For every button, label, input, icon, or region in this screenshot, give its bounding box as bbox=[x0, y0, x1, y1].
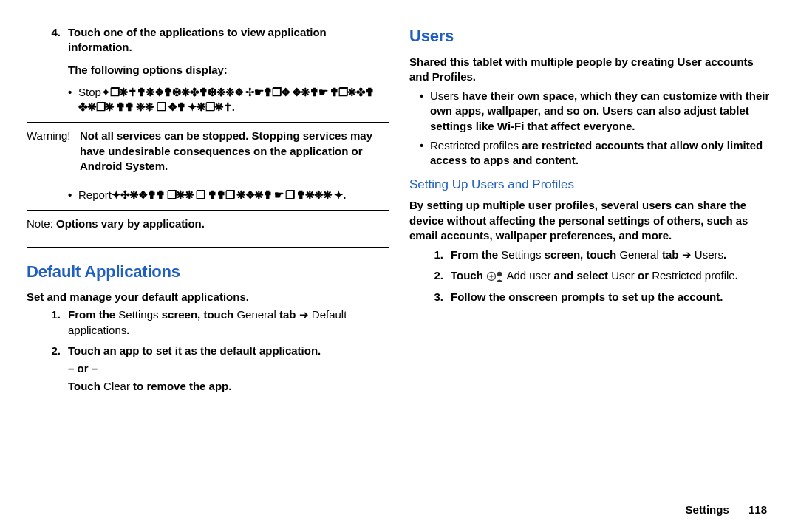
body-text: Settings bbox=[118, 308, 158, 321]
list-number: 3. bbox=[424, 290, 451, 304]
body-text: From the bbox=[451, 248, 501, 261]
body-text: tab bbox=[276, 308, 296, 321]
divider bbox=[27, 122, 389, 123]
bullet-item: • Report✦✣❋❖✟✟ ❒❋❋ ❒ ✟✟❒ ❋❖❋✟ ☛ ❒ ✟❋❉❋ ✦… bbox=[27, 188, 389, 202]
footer-section: Settings bbox=[686, 503, 729, 516]
body-text: have their own space, which they can cus… bbox=[430, 89, 769, 132]
heading-default-applications: Default Applications bbox=[27, 261, 389, 283]
bullet-icon: • bbox=[68, 188, 78, 202]
body-text: to remove the app. bbox=[130, 380, 232, 392]
bullet-item: • Users have their own space, which they… bbox=[409, 89, 771, 134]
body-text: screen, touch bbox=[542, 248, 620, 261]
body-text: tab bbox=[659, 248, 679, 261]
footer-page-number: 118 bbox=[748, 503, 767, 516]
note-body: Options vary by application. bbox=[56, 217, 205, 230]
heading-users: Users bbox=[409, 25, 771, 47]
body-text: General bbox=[236, 308, 276, 321]
list-item: 2. Touch an app to set it as the default… bbox=[41, 344, 389, 395]
body-text: or bbox=[635, 269, 652, 282]
bullet-item: • Restricted profiles are restricted acc… bbox=[409, 138, 771, 168]
body-text: Users bbox=[695, 248, 723, 261]
list-item: 2. Touch Add user and select User or Res… bbox=[424, 268, 771, 283]
warning-block: Warning! Not all services can be stopped… bbox=[27, 129, 389, 174]
body-text: Follow the onscreen prompts to set up th… bbox=[451, 290, 723, 303]
manual-page: 4. Touch one of the applications to view… bbox=[0, 0, 798, 532]
divider bbox=[27, 180, 389, 180]
section-intro: Shared this tablet with multiple people … bbox=[409, 55, 771, 85]
body-text: The following options display: bbox=[68, 63, 389, 78]
body-text: screen, touch bbox=[159, 308, 237, 321]
page-footer: Settings 118 bbox=[686, 503, 767, 516]
body-text: Add user bbox=[506, 269, 550, 282]
bullet-item: • Stop✦❒❋✝✟❋❖✟❆❋✤✟❆❉❉❖ ✢☛✟❒❖ ❖❋✟☛ ✟❒❋✤✟ … bbox=[27, 85, 389, 115]
divider bbox=[27, 247, 389, 248]
list-item: 3. Follow the onscreen prompts to set up… bbox=[424, 290, 771, 304]
two-column-layout: 4. Touch one of the applications to view… bbox=[27, 25, 771, 517]
body-text: Settings bbox=[501, 248, 541, 261]
section-intro: By setting up multiple user profiles, se… bbox=[409, 198, 771, 243]
list-number: 2. bbox=[41, 344, 68, 395]
body-text: Restricted profiles bbox=[430, 139, 519, 151]
stop-label: Stop bbox=[78, 86, 101, 98]
note-label: Note: bbox=[27, 217, 53, 230]
warning-label: Warning! bbox=[27, 129, 80, 174]
svg-point-3 bbox=[497, 272, 502, 276]
report-label: Report bbox=[78, 188, 112, 201]
body-text: Touch one of the applications to view ap… bbox=[68, 26, 327, 53]
list-item: 4. Touch one of the applications to view… bbox=[41, 25, 389, 78]
list-number: 2. bbox=[424, 268, 451, 283]
list-item: 1. From the Settings screen, touch Gener… bbox=[424, 248, 771, 262]
section-intro: Set and manage your default applications… bbox=[27, 290, 389, 304]
right-column: Users Shared this tablet with multiple p… bbox=[409, 25, 771, 517]
subheading-setting-up: Setting Up Users and Profiles bbox=[409, 177, 771, 194]
body-text: – or – bbox=[68, 361, 389, 376]
list-item: 1. From the Settings screen, touch Gener… bbox=[41, 307, 389, 338]
body-text: General bbox=[619, 248, 658, 261]
body-text: From the bbox=[68, 308, 118, 321]
body-text: Touch bbox=[68, 380, 103, 392]
left-column: 4. Touch one of the applications to view… bbox=[27, 25, 389, 517]
body-text: and select bbox=[550, 269, 611, 282]
garbled-text: ✦✣❋❖✟✟ ❒❋❋ ❒ ✟✟❒ ❋❖❋✟ ☛ ❒ ✟❋❉❋ ✦. bbox=[112, 188, 346, 201]
body-text: Restricted profile bbox=[652, 269, 735, 282]
list-number: 1. bbox=[41, 307, 68, 338]
body-text: Clear bbox=[103, 380, 130, 392]
bullet-icon: • bbox=[68, 85, 78, 115]
bullet-icon: • bbox=[420, 138, 430, 168]
bullet-icon: • bbox=[420, 89, 430, 134]
body-text: User bbox=[611, 269, 635, 282]
body-text: Touch bbox=[451, 269, 486, 282]
add-user-icon bbox=[486, 270, 504, 282]
list-number: 1. bbox=[424, 248, 451, 262]
body-text: Users bbox=[430, 89, 459, 102]
divider bbox=[27, 210, 389, 211]
note-line: Note: Options vary by application. bbox=[27, 216, 389, 231]
garbled-text: ✦❒❋✝✟❋❖✟❆❋✤✟❆❉❉❖ ✢☛✟❒❖ ❖❋✟☛ ✟❒❋✤✟ ✤❋❒❋ ✟… bbox=[78, 86, 374, 113]
list-number: 4. bbox=[41, 25, 68, 78]
body-text: Touch an app to set it as the default ap… bbox=[68, 344, 389, 358]
warning-body: Not all services can be stopped. Stoppin… bbox=[80, 129, 389, 174]
